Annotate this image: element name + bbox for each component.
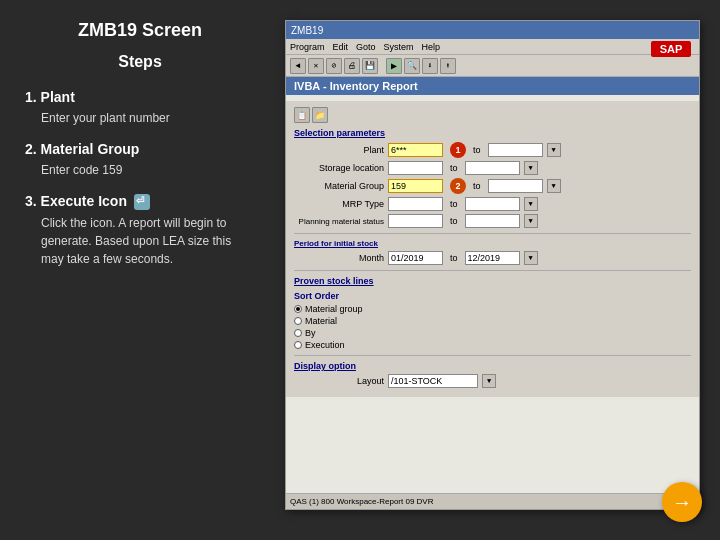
layout-label: Layout	[294, 376, 384, 386]
exit-button[interactable]: ✕	[308, 58, 324, 74]
mrp-type-label: MRP Type	[294, 199, 384, 209]
material-group-picker[interactable]: ▼	[547, 179, 561, 193]
steps-label: Steps	[25, 53, 255, 71]
next-button[interactable]: →	[662, 482, 702, 522]
sap-logo: SAP	[651, 41, 691, 57]
display-section: Display option Layout ▼	[294, 361, 691, 388]
period-field-label: Month	[294, 253, 384, 263]
step-2-header: 2. Material Group	[25, 141, 255, 157]
menu-program[interactable]: Program	[290, 42, 325, 52]
display-row: Layout ▼	[294, 374, 691, 388]
period-picker[interactable]: ▼	[524, 251, 538, 265]
next-page-button[interactable]: ⬇	[422, 58, 438, 74]
step-1-detail: Enter your plant number	[25, 109, 255, 127]
step-3: 3. Execute Icon Click the icon. A report…	[25, 193, 255, 268]
material-group-label: Material Group	[294, 181, 384, 191]
planning-status-picker[interactable]: ▼	[524, 214, 538, 228]
step-3-detail: Click the icon. A report will begin to g…	[25, 214, 255, 268]
instruction-panel: ZMB19 Screen Steps 1. Plant Enter your p…	[0, 0, 280, 540]
planning-status-label: Planning material status	[294, 217, 384, 226]
execute-icon	[134, 194, 150, 210]
storage-location-to-input[interactable]	[465, 161, 520, 175]
sap-statusbar: QAS (1) 800 Workspace-Report 09 DVR	[286, 493, 699, 509]
sap-screen: ZMB19 SAP Program Edit Goto System Help …	[285, 20, 700, 510]
sort-order-section: Sort Order Material group Material By Ex…	[294, 291, 691, 350]
mrp-type-input[interactable]	[388, 197, 443, 211]
save-button[interactable]: 💾	[362, 58, 378, 74]
back-button[interactable]: ◄	[290, 58, 306, 74]
divider-3	[294, 355, 691, 356]
divider-2	[294, 270, 691, 271]
sap-menubar[interactable]: Program Edit Goto System Help	[286, 39, 699, 55]
next-arrow-icon: →	[672, 491, 692, 514]
period-label-row: Period for initial stock	[294, 239, 691, 248]
storage-location-label: Storage location	[294, 163, 384, 173]
step-1-header: 1. Plant	[25, 89, 255, 105]
plant-label: Plant	[294, 145, 384, 155]
period-to-input[interactable]	[465, 251, 520, 265]
menu-help[interactable]: Help	[422, 42, 441, 52]
step-2-detail: Enter code 159	[25, 161, 255, 179]
period-section-label: Period for initial stock	[294, 239, 414, 248]
find-button[interactable]: 🔍	[404, 58, 420, 74]
sort-material-group-label: Material group	[305, 304, 363, 314]
period-from-input[interactable]	[388, 251, 443, 265]
stock-section-label: Proven stock lines	[294, 276, 691, 286]
sap-title-text: ZMB19	[291, 25, 323, 36]
screen-title: ZMB19 Screen	[25, 20, 255, 41]
plant-input[interactable]	[388, 143, 443, 157]
execute-button[interactable]: ▶	[386, 58, 402, 74]
sap-screen-title: IVBA - Inventory Report	[286, 77, 699, 95]
sort-execution: Execution	[294, 340, 691, 350]
prev-page-button[interactable]: ⬆	[440, 58, 456, 74]
menu-system[interactable]: System	[384, 42, 414, 52]
divider-1	[294, 233, 691, 234]
material-group-input[interactable]	[388, 179, 443, 193]
print-button[interactable]: 🖨	[344, 58, 360, 74]
display-section-label: Display option	[294, 361, 691, 371]
planning-status-input[interactable]	[388, 214, 443, 228]
sap-form: 📋 📁 Selection parameters Plant 1 to ▼ St…	[286, 101, 699, 397]
storage-location-input[interactable]	[388, 161, 443, 175]
sap-toolbar: ◄ ✕ ⊘ 🖨 💾 ▶ 🔍 ⬇ ⬆	[286, 55, 699, 77]
layout-input[interactable]	[388, 374, 478, 388]
mrp-type-picker[interactable]: ▼	[524, 197, 538, 211]
sort-material-group-radio[interactable]	[294, 305, 302, 313]
sort-execution-label: Execution	[305, 340, 345, 350]
menu-goto[interactable]: Goto	[356, 42, 376, 52]
annotation-1: 1	[450, 142, 466, 158]
planning-status-row: Planning material status to ▼	[294, 214, 691, 228]
step-1: 1. Plant Enter your plant number	[25, 89, 255, 127]
storage-location-picker[interactable]: ▼	[524, 161, 538, 175]
plant-picker[interactable]: ▼	[547, 143, 561, 157]
sort-execution-radio[interactable]	[294, 341, 302, 349]
material-group-row: Material Group 2 to ▼	[294, 178, 691, 194]
mrp-type-to-input[interactable]	[465, 197, 520, 211]
annotation-2: 2	[450, 178, 466, 194]
sort-material-group: Material group	[294, 304, 691, 314]
step-2: 2. Material Group Enter code 159	[25, 141, 255, 179]
plant-row: Plant 1 to ▼	[294, 142, 691, 158]
sap-titlebar: ZMB19 SAP	[286, 21, 699, 39]
sort-by: By	[294, 328, 691, 338]
selection-icon[interactable]: 📋	[294, 107, 310, 123]
storage-location-row: Storage location to ▼	[294, 161, 691, 175]
period-row: Month to ▼	[294, 251, 691, 265]
step-3-header: 3. Execute Icon	[25, 193, 255, 210]
sort-by-label: By	[305, 328, 316, 338]
layout-picker[interactable]: ▼	[482, 374, 496, 388]
sort-material-label: Material	[305, 316, 337, 326]
cancel-button[interactable]: ⊘	[326, 58, 342, 74]
save-variant-icon[interactable]: 📁	[312, 107, 328, 123]
sort-order-label: Sort Order	[294, 291, 691, 301]
plant-to-input[interactable]	[488, 143, 543, 157]
planning-status-to-input[interactable]	[465, 214, 520, 228]
menu-edit[interactable]: Edit	[333, 42, 349, 52]
sort-by-radio[interactable]	[294, 329, 302, 337]
sort-material-radio[interactable]	[294, 317, 302, 325]
status-text: QAS (1) 800 Workspace-Report 09 DVR	[290, 497, 433, 506]
sort-material: Material	[294, 316, 691, 326]
section-parameters-label: Selection parameters	[294, 128, 691, 138]
material-group-to-input[interactable]	[488, 179, 543, 193]
mrp-type-row: MRP Type to ▼	[294, 197, 691, 211]
